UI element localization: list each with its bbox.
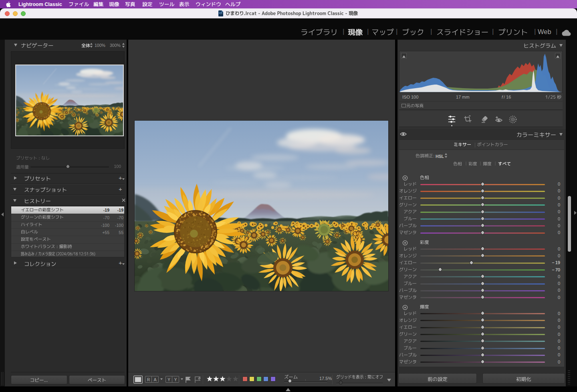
- svg-text:LrC: LrC: [219, 12, 222, 14]
- svg-text:cat: cat: [220, 14, 222, 16]
